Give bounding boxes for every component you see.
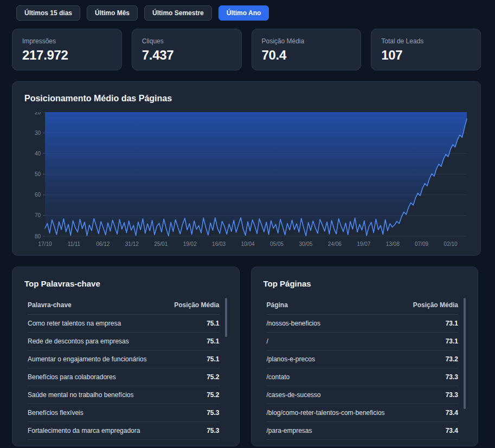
row-value: 75.3 xyxy=(166,422,219,440)
svg-text:02/10: 02/10 xyxy=(444,241,458,247)
top-keywords-card: Top Palavras-chave Palavra-chave Posição… xyxy=(12,267,240,446)
row-value: 75.2 xyxy=(166,386,219,404)
table-row: /para-colaboradores73.5 xyxy=(267,440,459,447)
table-row: Benefícios flexíveis75.3 xyxy=(28,404,220,422)
tables-row: Top Palavras-chave Palavra-chave Posição… xyxy=(12,267,478,446)
row-value: 73.4 xyxy=(405,404,458,422)
row-value: 75.1 xyxy=(166,350,219,368)
svg-text:31/12: 31/12 xyxy=(125,241,139,247)
row-label: /cases-de-sucesso xyxy=(267,386,406,404)
row-value: 75.1 xyxy=(166,315,219,333)
keywords-scrollbar-thumb[interactable] xyxy=(225,298,227,337)
row-label: /planos-e-precos xyxy=(267,350,406,368)
row-label: /para-colaboradores xyxy=(267,440,406,447)
period-filter-bar: Últimos 15 dias Último Mês Último Semest… xyxy=(0,0,495,21)
stat-cards-row: Impressões 217.972 Cliques 7.437 Posição… xyxy=(12,29,481,70)
top-keywords-table: Palavra-chave Posição Média Como reter t… xyxy=(28,297,220,446)
row-label: Benefícios para colaboradores xyxy=(28,368,166,386)
chart-title: Posicionamento Médio das Páginas xyxy=(24,94,470,103)
stat-value: 7.437 xyxy=(142,48,232,63)
row-label: Descontos em cinemas para funcionários xyxy=(28,440,166,447)
stat-label: Total de Leads xyxy=(381,37,471,45)
row-value: 75.2 xyxy=(166,368,219,386)
table-row: Como reter talentos na empresa75.1 xyxy=(28,315,220,333)
top-pages-title: Top Páginas xyxy=(263,279,467,288)
svg-text:17/10: 17/10 xyxy=(38,241,52,247)
row-label: Como reter talentos na empresa xyxy=(28,315,166,333)
stat-value: 217.972 xyxy=(22,48,112,63)
row-value: 75.3 xyxy=(166,440,219,447)
svg-text:20: 20 xyxy=(35,112,41,115)
row-value: 73.2 xyxy=(405,350,458,368)
top-keywords-title: Top Palavras-chave xyxy=(24,279,228,288)
svg-text:50: 50 xyxy=(35,171,41,177)
column-header-keyword: Palavra-chave xyxy=(28,297,166,315)
stat-card-total-leads: Total de Leads 107 xyxy=(371,29,481,70)
svg-text:70: 70 xyxy=(35,212,41,218)
row-label: Aumentar o engajamento de funcionários xyxy=(28,350,166,368)
svg-text:07/09: 07/09 xyxy=(415,241,428,247)
filter-last-year-button[interactable]: Último Ano xyxy=(218,5,269,21)
column-header-page: Página xyxy=(267,297,406,315)
row-value: 73.1 xyxy=(405,333,458,350)
row-label: Fortalecimento da marca empregadora xyxy=(28,422,166,440)
stat-value: 107 xyxy=(381,48,471,63)
top-keywords-table-wrap: Palavra-chave Posição Média Como reter t… xyxy=(28,297,228,446)
top-pages-card: Top Páginas Página Posição Média /nossos… xyxy=(251,267,479,446)
column-header-avg-position: Posição Média xyxy=(166,297,219,315)
svg-text:80: 80 xyxy=(35,233,41,239)
stat-label: Posição Média xyxy=(262,37,351,45)
table-row: /73.1 xyxy=(267,333,459,350)
top-pages-table: Página Posição Média /nossos-beneficios7… xyxy=(267,297,459,446)
table-row: Aumentar o engajamento de funcionários75… xyxy=(28,350,220,368)
stat-card-impressions: Impressões 217.972 xyxy=(12,29,122,70)
table-row: Rede de descontos para empresas75.1 xyxy=(28,333,220,350)
filter-last-semester-button[interactable]: Último Semestre xyxy=(144,5,212,21)
pages-scrollbar-thumb[interactable] xyxy=(464,298,466,409)
table-row: Fortalecimento da marca empregadora75.3 xyxy=(28,422,220,440)
row-value: 73.5 xyxy=(405,440,458,447)
row-value: 73.4 xyxy=(405,422,458,440)
row-value: 73.3 xyxy=(405,386,458,404)
row-label: /nossos-beneficios xyxy=(267,315,406,333)
svg-text:30/05: 30/05 xyxy=(299,241,312,247)
row-value: 75.3 xyxy=(166,404,219,422)
row-label: /contato xyxy=(267,368,406,386)
svg-text:05/05: 05/05 xyxy=(270,241,284,247)
column-header-avg-position: Posição Média xyxy=(405,297,458,315)
stat-label: Cliques xyxy=(142,37,232,45)
svg-text:11/11: 11/11 xyxy=(68,241,81,247)
row-value: 73.1 xyxy=(405,315,458,333)
svg-text:19/07: 19/07 xyxy=(357,241,370,247)
table-row: /para-empresas73.4 xyxy=(267,422,459,440)
top-pages-table-wrap: Página Posição Média /nossos-beneficios7… xyxy=(267,297,467,446)
row-label: /blog/como-reter-talentos-com-beneficios xyxy=(267,404,406,422)
svg-text:24/06: 24/06 xyxy=(328,241,342,247)
table-header-row: Palavra-chave Posição Média xyxy=(28,297,220,315)
svg-text:19/02: 19/02 xyxy=(183,241,197,247)
stat-value: 70.4 xyxy=(262,48,351,63)
row-label: Rede de descontos para empresas xyxy=(28,333,166,350)
svg-text:60: 60 xyxy=(35,192,41,198)
row-value: 75.1 xyxy=(166,333,219,350)
row-label: Saúde mental no trabalho benefícios xyxy=(28,386,166,404)
svg-text:30: 30 xyxy=(35,130,41,136)
svg-text:10/04: 10/04 xyxy=(241,241,254,247)
table-row: /blog/como-reter-talentos-com-beneficios… xyxy=(267,404,459,422)
table-row: /cases-de-sucesso73.3 xyxy=(267,386,459,404)
row-label: /para-empresas xyxy=(267,422,406,440)
table-row: Descontos em cinemas para funcionários75… xyxy=(28,440,220,447)
stat-label: Impressões xyxy=(22,37,112,45)
table-row: /contato73.3 xyxy=(267,368,459,386)
table-row: Benefícios para colaboradores75.2 xyxy=(28,368,220,386)
row-value: 73.3 xyxy=(405,368,458,386)
stat-card-clicks: Cliques 7.437 xyxy=(132,29,242,70)
average-position-line-chart[interactable]: 2030405060708017/1011/1106/1231/1225/011… xyxy=(23,112,469,250)
row-label: / xyxy=(267,333,406,350)
svg-text:16/03: 16/03 xyxy=(212,241,226,247)
table-row: Saúde mental no trabalho benefícios75.2 xyxy=(28,386,220,404)
table-row: /planos-e-precos73.2 xyxy=(267,350,459,368)
filter-last-15-days-button[interactable]: Últimos 15 dias xyxy=(16,5,80,21)
filter-last-month-button[interactable]: Último Mês xyxy=(87,5,138,21)
svg-text:06/12: 06/12 xyxy=(96,241,110,247)
